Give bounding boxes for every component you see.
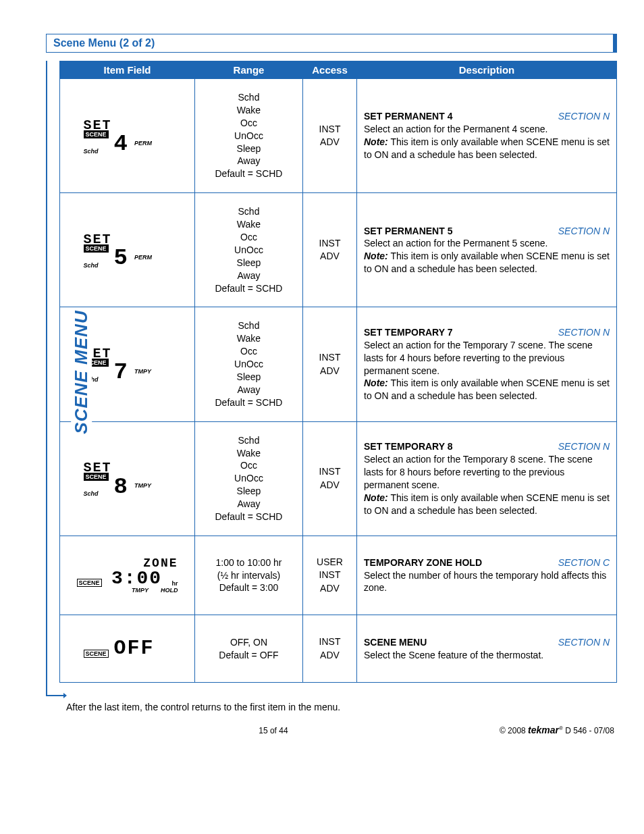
lcd-digit: 7 (114, 362, 129, 383)
desc-note: This item is only available when SCENE m… (364, 492, 610, 516)
desc-body: Select the number of hours the temporary… (364, 569, 610, 595)
menu-left-rule (46, 61, 47, 696)
cell-description: TEMPORARY ZONE HOLDSECTION C Select the … (357, 536, 617, 615)
scene-menu-table: Item Field Range Access Description SET … (59, 61, 617, 683)
desc-note: This item is only available when SCENE m… (364, 251, 610, 274)
page-number: 15 of 44 (259, 726, 288, 735)
desc-section: SECTION N (558, 440, 610, 453)
cell-item-field: SET SCENE x Schd 8 TMPY x (60, 421, 195, 536)
desc-title: TEMPORARY ZONE HOLD (364, 556, 482, 569)
lcd-display: SET SCENE x Schd 4 PERM x (84, 118, 171, 155)
desc-body: Select an action for the Permanent 4 sce… (364, 123, 610, 136)
copyright: © 2008 (500, 726, 526, 735)
lcd-display: SET SCENE x Schd 5 PERM x (84, 232, 171, 269)
note-label: Note: (364, 136, 388, 147)
page-footer: 15 of 44 © 2008 tekmar® D 546 - 07/08 (27, 725, 617, 735)
lcd-scene-tag: SCENE (84, 650, 109, 658)
lcd-display: SET SCENE x Schd 8 TMPY x (84, 460, 171, 497)
desc-section: SECTION N (558, 326, 610, 339)
lcd-hr: hr (171, 580, 178, 587)
desc-note: This item is only available when SCENE m… (364, 377, 610, 401)
cell-access: INST ADV (303, 307, 357, 421)
cell-item-field: ZONE SCENE 3:00 hr TMPY HOLD (60, 536, 195, 615)
col-description: Description (357, 61, 617, 79)
desc-body: Select an action for the Temporary 7 sce… (364, 339, 610, 377)
table-row: ZONE SCENE 3:00 hr TMPY HOLD (60, 536, 617, 615)
lcd-off: OFF (114, 640, 155, 658)
table-row: SET SCENE x Schd 7 TMPY x (60, 307, 617, 421)
table-row: SET SCENE x Schd 4 PERM x (60, 79, 617, 193)
menu-side-label: SCENE MENU (71, 307, 92, 436)
desc-title: SET TEMPORARY 7 (364, 326, 452, 339)
lcd-digit: 8 (114, 477, 129, 498)
col-range: Range (195, 61, 303, 79)
lcd-schd: Schd (84, 262, 109, 269)
cell-access: INST ADV (303, 79, 357, 193)
lcd-digit: 4 (114, 134, 129, 155)
cell-description: SET TEMPORARY 8SECTION N Select an actio… (357, 421, 617, 536)
lcd-display: SCENE OFF (84, 640, 171, 658)
lcd-display: ZONE SCENE 3:00 hr TMPY HOLD (77, 556, 178, 594)
lcd-zone-value: 3:00 (111, 570, 162, 587)
table-row: SET SCENE x Schd 5 PERM x (60, 193, 617, 307)
cell-access: INST ADV (303, 193, 357, 307)
menu-footnote: After the last item, the control returns… (66, 702, 617, 712)
lcd-scene-tag: SCENE (77, 579, 102, 587)
cell-range: Schd Wake Occ UnOcc Sleep Away Default =… (195, 79, 303, 193)
cell-description: SET TEMPORARY 7SECTION N Select an actio… (357, 307, 617, 421)
desc-note: This item is only available when SCENE m… (364, 136, 610, 160)
lcd-digit: 5 (114, 248, 129, 269)
cell-item-field: SCENE OFF (60, 615, 195, 683)
note-label: Note: (364, 492, 388, 503)
lcd-perm: PERM (134, 254, 152, 261)
desc-section: SECTION N (558, 225, 610, 238)
col-access: Access (303, 61, 357, 79)
lcd-schd: Schd (84, 148, 109, 155)
table-row: SCENE OFF OFF, ON Default = OFF INST ADV… (60, 615, 617, 683)
cell-range: 1:00 to 10:00 hr (½ hr intervals) Defaul… (195, 536, 303, 615)
cell-description: SCENE MENUSECTION N Select the Scene fea… (357, 615, 617, 683)
desc-body: Select an action for the Temporary 8 sce… (364, 453, 610, 492)
cell-item-field: SET SCENE x Schd 5 PERM x (60, 193, 195, 307)
cell-range: Schd Wake Occ UnOcc Sleep Away Default =… (195, 307, 303, 421)
menu-arrow-icon (63, 693, 67, 698)
lcd-scene-tag: SCENE (84, 244, 109, 253)
cell-description: SET PERMANENT 5SECTION N Select an actio… (357, 193, 617, 307)
footer-right: © 2008 tekmar® D 546 - 07/08 (500, 725, 614, 735)
note-label: Note: (364, 377, 388, 388)
section-title-bar: Scene Menu (2 of 2) (46, 34, 617, 53)
lcd-tmpy: TMPY (132, 587, 149, 594)
cell-access: USER INST ADV (303, 536, 357, 615)
cell-access: INST ADV (303, 615, 357, 683)
doc-id: D 546 - 07/08 (563, 726, 614, 735)
cell-description: SET PERMANENT 4SECTION N Select an actio… (357, 79, 617, 193)
cell-item-field: SET SCENE x Schd 4 PERM x (60, 79, 195, 193)
lcd-scene-tag: SCENE (84, 130, 109, 138)
cell-range: Schd Wake Occ UnOcc Sleep Away Default =… (195, 421, 303, 536)
cell-access: INST ADV (303, 421, 357, 536)
lcd-perm: PERM (134, 140, 152, 147)
lcd-scene-tag: SCENE (84, 473, 109, 481)
note-label: Note: (364, 251, 388, 261)
lcd-schd: Schd (84, 490, 109, 497)
desc-section: SECTION N (558, 636, 610, 649)
desc-body: Select the Scene feature of the thermost… (364, 649, 610, 662)
lcd-hold: HOLD (161, 587, 178, 594)
desc-title: SET PERMANENT 5 (364, 225, 452, 238)
cell-range: OFF, ON Default = OFF (195, 615, 303, 683)
lcd-tmpy: TMPY (134, 368, 151, 375)
desc-title: SET PERMANENT 4 (364, 110, 452, 123)
table-row: SET SCENE x Schd 8 TMPY x (60, 421, 617, 536)
col-item-field: Item Field (60, 61, 195, 79)
desc-section: SECTION N (558, 110, 610, 123)
cell-range: Schd Wake Occ UnOcc Sleep Away Default =… (195, 193, 303, 307)
brand-logo: tekmar (528, 725, 559, 735)
section-title: Scene Menu (2 of 2) (53, 37, 155, 49)
lcd-display: SET SCENE x Schd 7 TMPY x (84, 346, 171, 383)
desc-body: Select an action for the Permanent 5 sce… (364, 237, 610, 250)
desc-section: SECTION C (558, 556, 610, 569)
desc-title: SET TEMPORARY 8 (364, 440, 452, 453)
table-header-row: Item Field Range Access Description (60, 61, 617, 79)
desc-title: SCENE MENU (364, 636, 427, 649)
lcd-tmpy: TMPY (134, 482, 151, 489)
